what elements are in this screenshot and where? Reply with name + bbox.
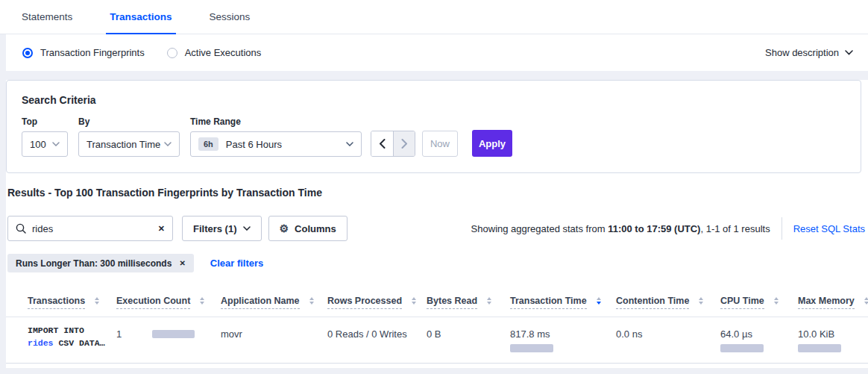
page-background (0, 368, 868, 374)
column-header-transaction-time[interactable]: Transaction Time (510, 296, 601, 309)
by-select[interactable]: Transaction Time (78, 131, 180, 157)
radio-unselected-icon[interactable] (167, 48, 177, 58)
radio-transaction-fingerprints[interactable]: Transaction Fingerprints (22, 47, 145, 58)
time-range-select[interactable]: 6h Past 6 Hours (190, 131, 362, 157)
cell-rows-processed: 0 Reads / 0 Writes (327, 317, 427, 364)
results-toolbar: ✕ Filters (1) ⚙ Columns Showing aggregat… (6, 216, 868, 241)
chevron-down-icon (164, 142, 172, 146)
max-memory-value: 10.0 KiB (798, 328, 868, 340)
chevron-down-icon (346, 142, 353, 146)
by-field: By Transaction Time (78, 116, 190, 157)
by-label: By (78, 116, 190, 127)
time-range-field: Time Range 6h Past 6 Hours (190, 116, 371, 157)
columns-button[interactable]: ⚙ Columns (268, 216, 347, 241)
search-criteria-title: Search Criteria (22, 94, 861, 106)
stats-summary: Showing aggregated stats from 11:00 to 1… (471, 223, 770, 234)
contention-time-value: 0.0 ns (616, 328, 642, 340)
column-header-execution-count[interactable]: Execution Count (116, 296, 204, 309)
radio-label: Transaction Fingerprints (40, 47, 145, 58)
clear-filters-link[interactable]: Clear filters (210, 258, 264, 269)
view-radio-group: Transaction Fingerprints Active Executio… (22, 47, 261, 58)
by-select-value: Transaction Time (87, 139, 164, 150)
tab-transactions[interactable]: Transactions (106, 0, 175, 34)
apply-button[interactable]: Apply (472, 130, 512, 157)
filters-button[interactable]: Filters (1) (182, 216, 262, 241)
columns-button-label: Columns (295, 223, 336, 234)
chevron-down-icon (243, 226, 251, 231)
stats-suffix: , 1-1 of 1 results (700, 223, 770, 234)
column-header-transactions[interactable]: Transactions (28, 296, 99, 309)
page-background (0, 34, 6, 374)
sort-icon (95, 297, 99, 305)
radio-selected-icon[interactable] (22, 48, 33, 58)
chevron-down-icon (52, 142, 60, 146)
column-header-application-name[interactable]: Application Name (221, 296, 314, 309)
table-header-row: Transactions Execution Count Application… (6, 283, 868, 317)
sort-icon (774, 297, 779, 305)
sort-icon (200, 297, 204, 305)
cpu-time-value: 64.0 µs (720, 328, 798, 340)
active-filters-row: Runs Longer Than: 300 milliseconds ✕ Cle… (6, 254, 868, 272)
previous-range-button[interactable] (371, 131, 393, 156)
sort-icon (864, 297, 868, 305)
execution-count-value: 1 (116, 328, 122, 340)
time-range-pager (371, 131, 415, 157)
remove-filter-icon[interactable]: ✕ (179, 259, 185, 267)
results-section: Results - Top 100 Transaction Fingerprin… (6, 176, 868, 368)
radio-label: Active Executions (185, 47, 262, 58)
execution-count-bar (152, 330, 195, 338)
cell-execution-count: 1 (116, 317, 221, 364)
tab-statements[interactable]: Statements (18, 0, 76, 34)
next-range-button[interactable] (393, 131, 415, 156)
transaction-fingerprint[interactable]: IMPORT INTO rides CSV DATA… (28, 324, 116, 349)
radio-active-executions[interactable]: Active Executions (167, 47, 262, 58)
clear-search-icon[interactable]: ✕ (158, 224, 165, 234)
transaction-statement-text: CSV DATA… (54, 338, 105, 348)
column-header-contention-time[interactable]: Contention Time (616, 296, 703, 309)
transaction-time-bar (510, 344, 553, 352)
search-icon (16, 223, 26, 234)
cell-contention-time: 0.0 ns (616, 317, 720, 364)
reset-sql-stats-link[interactable]: Reset SQL Stats (793, 223, 865, 234)
filter-chip: Runs Longer Than: 300 milliseconds ✕ (7, 254, 194, 272)
filter-chip-label: Runs Longer Than: 300 milliseconds (16, 258, 172, 269)
sort-icon (309, 297, 314, 305)
gear-icon: ⚙ (280, 223, 289, 234)
cell-bytes-read: 0 B (427, 317, 510, 364)
sort-icon (412, 297, 416, 305)
max-memory-bar (798, 344, 841, 352)
cell-application-name: movr (221, 317, 327, 364)
cell-max-memory: 10.0 KiB (798, 317, 868, 364)
column-header-bytes-read[interactable]: Bytes Read (427, 296, 491, 309)
transactions-table: Transactions Execution Count Application… (6, 283, 868, 364)
top-select[interactable]: 100 (22, 131, 68, 157)
sql-activity-tabbar: Statements Transactions Sessions (0, 0, 868, 34)
tab-sessions[interactable]: Sessions (206, 0, 254, 34)
transaction-table-link[interactable]: rides (28, 338, 54, 348)
time-range-badge: 6h (198, 137, 218, 151)
column-header-max-memory[interactable]: Max Memory (798, 296, 868, 309)
top-label: Top (22, 116, 78, 127)
view-toggle-row: Transaction Fingerprints Active Executio… (6, 34, 868, 71)
top-select-value: 100 (30, 139, 52, 150)
stats-time-range: 11:00 to 17:59 (UTC) (608, 223, 700, 234)
column-header-rows-processed[interactable]: Rows Processed (327, 296, 416, 309)
cell-transaction: IMPORT INTO rides CSV DATA… (6, 317, 116, 364)
chevron-down-icon (845, 50, 853, 55)
transaction-statement-text: IMPORT INTO (28, 325, 84, 335)
rows-processed-value: 0 Reads / 0 Writes (327, 328, 407, 340)
search-input[interactable] (32, 223, 152, 234)
filters-button-label: Filters (1) (193, 223, 237, 234)
search-box: ✕ (7, 216, 173, 241)
bytes-read-value: 0 B (427, 328, 441, 340)
page-background (0, 71, 868, 80)
now-button[interactable]: Now (422, 131, 458, 157)
vertical-divider (781, 217, 782, 240)
application-name-value: movr (221, 328, 242, 340)
show-description-toggle[interactable]: Show description (765, 47, 853, 58)
column-header-cpu-time[interactable]: CPU Time (720, 296, 779, 309)
results-heading: Results - Top 100 Transaction Fingerprin… (6, 176, 868, 199)
time-range-label: Time Range (190, 116, 371, 127)
stats-prefix: Showing aggregated stats from (471, 223, 608, 234)
sort-desc-active-icon (597, 297, 601, 305)
